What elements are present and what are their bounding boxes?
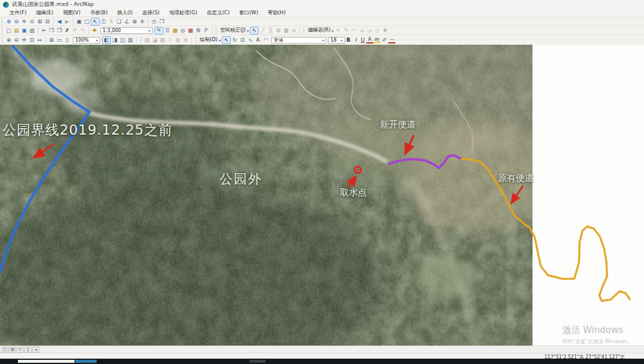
chevron-down-icon[interactable]: ▾ — [320, 38, 324, 42]
vertex-add-icon[interactable]: ✚ — [381, 27, 389, 34]
pen-color-icon[interactable]: ✐ — [380, 36, 388, 43]
viewer-window-icon[interactable]: ❐ — [158, 18, 166, 25]
draw-menu[interactable]: 绘制(D) ▾ — [199, 36, 222, 43]
go-back-extent-icon[interactable]: ▯ — [63, 36, 71, 43]
map-canvas[interactable]: 公园界线2019.12.25之前 公园外 取水点 新开便道 原有便道 激活 Wi… — [0, 45, 644, 346]
undo-icon[interactable]: ↶ — [71, 27, 79, 34]
table-of-contents-icon[interactable]: ☰ — [163, 27, 171, 34]
rotate-data-frame-icon[interactable]: ▧ — [143, 36, 151, 43]
fixed-zoom-in-icon[interactable]: ⊞ — [36, 18, 44, 25]
open-document-icon[interactable]: ▤ — [13, 27, 20, 34]
find-icon[interactable]: ⊚ — [131, 18, 138, 25]
toolbar-grip[interactable] — [195, 37, 197, 43]
fixed-zoom-out-icon[interactable]: ⊟ — [44, 18, 51, 25]
extent-indicator-icon[interactable]: ▨ — [159, 36, 166, 43]
copy-icon[interactable]: ❐ — [48, 27, 55, 34]
focus-data-frame-icon[interactable]: ◨ — [111, 36, 119, 43]
adjust-disabled-icon[interactable]: ⊘ — [290, 27, 298, 34]
highlight-button[interactable]: ab — [373, 37, 380, 43]
pan-icon[interactable]: ✛ — [20, 18, 28, 25]
add-data-icon[interactable]: ✚ — [91, 27, 98, 34]
toolbar-grip[interactable] — [215, 27, 217, 33]
effects-icon[interactable]: ✧ — [166, 36, 174, 43]
hyperlink-icon[interactable]: ϟ — [107, 18, 115, 25]
forward-extent-icon[interactable]: ▶ — [63, 18, 71, 25]
menu-selection[interactable]: 选择(S) — [138, 9, 165, 17]
clear-selection-icon[interactable]: ▢ — [83, 18, 91, 25]
menu-edit[interactable]: 编辑(E) — [32, 9, 58, 17]
editor-menu[interactable]: 编辑器(R) ▾ — [306, 27, 335, 34]
new-rectangle-icon[interactable]: ⊡ — [239, 36, 246, 43]
html-popup-icon[interactable]: ❏ — [115, 18, 123, 25]
cut-icon[interactable]: ✂ — [40, 27, 48, 34]
data-driven-pages-icon[interactable]: ▥ — [126, 36, 134, 43]
spatial-select-icon[interactable]: ↖ — [250, 27, 259, 35]
arc-tool-icon[interactable]: ◠ — [350, 27, 358, 34]
chevron-down-icon[interactable]: ▾ — [339, 38, 342, 42]
model-builder-icon[interactable]: ⚙ — [194, 27, 202, 34]
select-elements-icon[interactable]: ↖ — [91, 18, 100, 26]
line-color-button[interactable]: — — [388, 36, 395, 43]
arc-draw-icon[interactable]: ◠ — [262, 36, 270, 43]
toolbar-grip[interactable] — [1, 27, 3, 33]
zoom-in-icon[interactable]: ⊕ — [5, 18, 13, 25]
flicker-icon[interactable]: ⊛ — [182, 36, 190, 43]
python-window-icon[interactable]: ℙ — [202, 27, 210, 34]
print-icon[interactable]: ▥ — [28, 27, 36, 34]
zoom-100-icon[interactable]: ↔ — [36, 36, 44, 43]
layout-pan-icon[interactable]: ✛ — [20, 36, 28, 43]
go-to-xy-icon[interactable]: ✢ — [138, 18, 146, 25]
editor-toolbar-toggle-icon[interactable]: ✎ — [154, 27, 163, 35]
back-extent-icon[interactable]: ◀ — [55, 18, 63, 25]
font-color-button[interactable]: A — [366, 36, 373, 43]
map-scale-combo[interactable]: 1:3,000 ▾ — [100, 27, 153, 34]
zoom-percent-combo[interactable]: 100% ▾ — [73, 37, 100, 43]
line-tool-icon[interactable]: ∿ — [246, 36, 254, 43]
menu-window[interactable]: 窗口(W) — [234, 9, 263, 17]
menu-bookmarks[interactable]: 书签(B) — [85, 9, 112, 17]
rectangle-tool-icon[interactable]: ▭ — [366, 27, 373, 34]
data-view-button[interactable]: ◫ — [1, 347, 8, 353]
save-document-icon[interactable]: ▣ — [20, 27, 28, 34]
menu-customize[interactable]: 自定义(C) — [202, 9, 234, 17]
identify-icon[interactable]: ⓘ — [100, 18, 107, 25]
change-layout-icon[interactable]: ◫ — [119, 36, 126, 43]
edit-select-icon[interactable]: ↖ — [335, 27, 342, 34]
menu-insert[interactable]: 插入(I) — [112, 9, 137, 17]
zoom-out-icon[interactable]: ⊖ — [13, 18, 20, 25]
draw-pointer-icon[interactable]: ↖ — [222, 36, 231, 44]
toggle-draft-mode-icon[interactable]: ◧ — [102, 36, 111, 44]
rotate-element-icon[interactable]: ↻ — [231, 36, 239, 43]
new-displacement-link-icon[interactable]: ╱ — [259, 27, 267, 34]
paste-icon[interactable]: ❒ — [55, 27, 63, 34]
sketch-tool-icon[interactable]: ✎ — [342, 27, 350, 34]
pause-drawing-button[interactable]: ∥ — [24, 347, 32, 353]
select-features-icon[interactable]: ▣ — [75, 18, 83, 25]
spatial-adjustment-menu[interactable]: 空间校正(J) ▾ — [219, 27, 250, 34]
measure-icon[interactable]: ∠ — [123, 18, 131, 25]
font-size-combo[interactable]: 18 ▾ — [328, 37, 345, 43]
horizontal-scrollbar-strip[interactable]: ◫ ▤ ↻ ∥ ◂ — [0, 346, 644, 353]
toolbar-grip[interactable] — [140, 37, 141, 43]
layout-zoom-in-icon[interactable]: ⊕ — [5, 36, 13, 43]
fixed-zoom-in-page-icon[interactable]: ⊞ — [48, 36, 55, 43]
link-table-icon[interactable]: ▦ — [282, 27, 290, 34]
menu-view[interactable]: 视图(V) — [58, 9, 85, 17]
full-extent-icon[interactable]: ⊙ — [28, 18, 36, 25]
menu-geoprocessing[interactable]: 地理处理(G) — [165, 9, 202, 17]
font-family-combo[interactable]: 宋体 ▾ — [271, 37, 326, 43]
bold-button[interactable]: B — [345, 37, 352, 43]
layout-zoom-out-icon[interactable]: ⊖ — [13, 36, 20, 43]
menu-file[interactable]: 文件(F) — [5, 9, 32, 17]
toolbar-grip[interactable] — [1, 18, 3, 24]
swipe-icon[interactable]: ◍ — [174, 36, 182, 43]
arctoolbox-icon[interactable]: ▩ — [187, 27, 194, 34]
trace-tool-icon[interactable]: ⊿ — [358, 27, 366, 34]
midpoint-tool-icon[interactable]: ◇ — [373, 27, 381, 34]
text-tool-icon[interactable]: A — [254, 36, 262, 43]
delete-icon[interactable]: ✗ — [63, 27, 71, 34]
redo-icon[interactable]: ↷ — [79, 27, 86, 34]
catalog-window-icon[interactable]: ▦ — [171, 27, 179, 34]
toolbar-grip[interactable] — [1, 37, 3, 43]
new-document-icon[interactable]: ▢ — [5, 27, 13, 34]
